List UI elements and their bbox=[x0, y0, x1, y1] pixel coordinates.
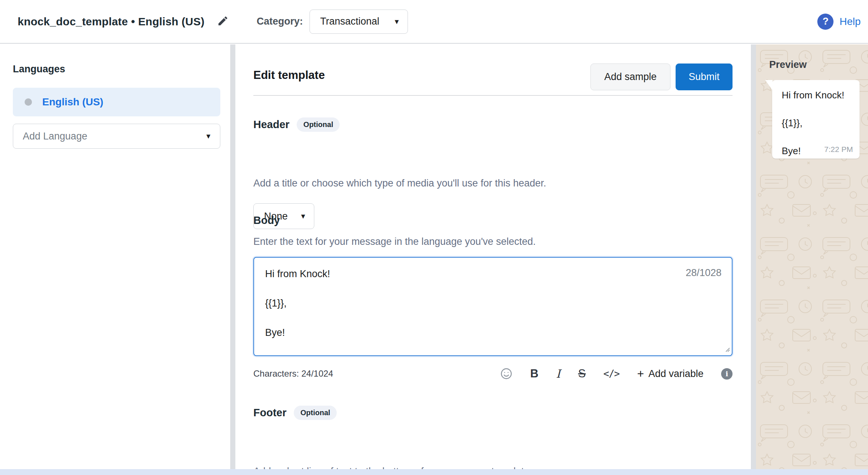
sidebar-scrollbar[interactable] bbox=[230, 44, 235, 475]
strikethrough-icon[interactable]: S bbox=[578, 367, 586, 380]
category-value: Transactional bbox=[320, 16, 379, 27]
message-timestamp: 7:22 PM bbox=[824, 145, 853, 154]
submit-button[interactable]: Submit bbox=[676, 64, 733, 90]
italic-icon[interactable]: I bbox=[556, 367, 560, 380]
optional-badge: Optional bbox=[297, 117, 340, 132]
edit-template-panel: Edit template Add sample Submit Header O… bbox=[235, 44, 751, 475]
category-dropdown[interactable]: Transactional ▾ bbox=[310, 10, 408, 34]
help-label: Help bbox=[839, 16, 861, 28]
add-variable-button[interactable]: + Add variable bbox=[637, 367, 704, 381]
body-toolbar-row: Characters: 24/1024 B I S </> + Add vari… bbox=[253, 366, 733, 382]
add-language-dropdown[interactable]: Add Language ▾ bbox=[13, 124, 220, 149]
body-textarea[interactable]: Hi from Knock! {{1}}, Bye! 28/1028 bbox=[253, 257, 733, 356]
code-icon[interactable]: </> bbox=[603, 368, 619, 379]
footer-section-title: Footer bbox=[253, 407, 286, 419]
body-section-title-row: Body bbox=[253, 214, 280, 226]
bold-icon[interactable]: B bbox=[530, 367, 538, 380]
bubble-tail-icon bbox=[765, 80, 773, 90]
plus-icon: + bbox=[637, 367, 644, 381]
body-section-title: Body bbox=[253, 214, 280, 226]
add-variable-label: Add variable bbox=[648, 368, 704, 380]
chevron-down-icon: ▾ bbox=[301, 212, 305, 220]
chevron-down-icon: ▾ bbox=[206, 132, 210, 140]
chevron-down-icon: ▾ bbox=[395, 18, 399, 26]
preview-panel: Preview Hi from Knock! {{1}}, Bye! 7:22 … bbox=[756, 44, 868, 475]
page-title: Edit template bbox=[253, 69, 325, 82]
top-bar: knock_doc_template • English (US) Catego… bbox=[0, 0, 868, 44]
languages-sidebar: Languages English (US) Add Language ▾ bbox=[0, 44, 230, 475]
bottom-overlay-strip bbox=[0, 469, 868, 475]
language-status-dot-icon bbox=[25, 98, 32, 106]
header-section-description: Add a title or choose which type of medi… bbox=[253, 178, 546, 189]
optional-badge: Optional bbox=[294, 406, 337, 420]
pencil-icon bbox=[217, 15, 229, 28]
resize-handle-icon[interactable] bbox=[724, 346, 730, 353]
footer-section-title-row: Footer Optional bbox=[253, 406, 337, 420]
preview-heading: Preview bbox=[769, 59, 807, 70]
languages-heading: Languages bbox=[13, 64, 65, 75]
template-title: knock_doc_template • English (US) bbox=[18, 15, 205, 28]
formatting-toolbar: B I S </> + Add variable i bbox=[500, 367, 733, 381]
edit-title-button[interactable] bbox=[215, 14, 231, 30]
message-bubble: Hi from Knock! {{1}}, Bye! 7:22 PM bbox=[772, 80, 860, 159]
section-divider bbox=[253, 95, 733, 96]
help-question-icon: ? bbox=[817, 14, 833, 30]
sidebar-item-english-us[interactable]: English (US) bbox=[13, 88, 220, 116]
body-text: Hi from Knock! {{1}}, Bye! bbox=[265, 266, 666, 340]
emoji-icon[interactable] bbox=[500, 367, 513, 380]
add-sample-button[interactable]: Add sample bbox=[590, 64, 670, 90]
info-icon[interactable]: i bbox=[721, 368, 733, 380]
add-language-placeholder: Add Language bbox=[23, 131, 87, 142]
main-scrollbar[interactable] bbox=[751, 44, 756, 475]
language-label: English (US) bbox=[42, 96, 103, 108]
category-label: Category: bbox=[257, 16, 303, 27]
header-section-title-row: Header Optional bbox=[253, 117, 340, 132]
body-char-counter: 28/1028 bbox=[686, 267, 721, 279]
header-section-title: Header bbox=[253, 119, 289, 131]
characters-count-label: Characters: 24/1024 bbox=[253, 369, 333, 379]
help-link[interactable]: ? Help bbox=[817, 14, 861, 30]
body-section-description: Enter the text for your message in the l… bbox=[253, 236, 536, 247]
